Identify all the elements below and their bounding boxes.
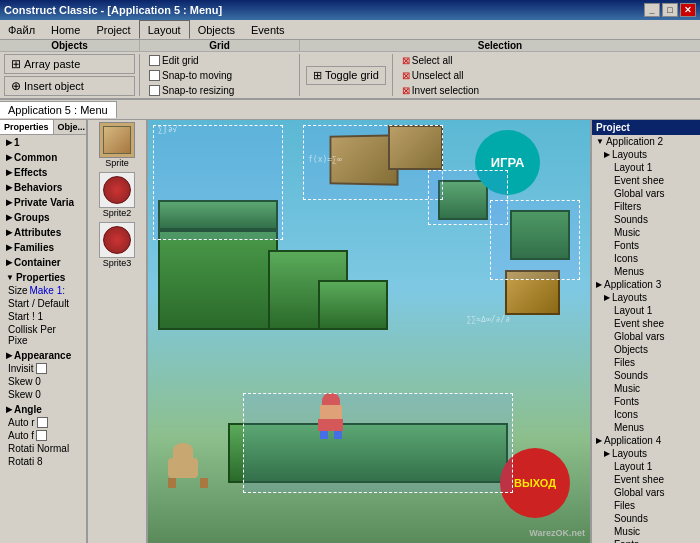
- tree-item-0[interactable]: ▼ Application 2: [592, 135, 700, 148]
- prop-section-attributes[interactable]: ▶Attributes: [0, 225, 86, 240]
- tree-item-13[interactable]: Layout 1: [592, 304, 700, 317]
- selection-box-5: [243, 393, 513, 493]
- right-panel: Project ▼ Application 2▶ Layouts Layout …: [590, 120, 700, 543]
- sprite-2-image: [99, 172, 135, 208]
- maximize-button[interactable]: □: [662, 3, 678, 17]
- tree-item-29[interactable]: Sounds: [592, 512, 700, 525]
- menu-file[interactable]: Файл: [0, 20, 43, 39]
- snap-moving-checkbox[interactable]: [149, 70, 160, 81]
- tree-item-28[interactable]: Files: [592, 499, 700, 512]
- prop-auto-f: Auto f: [4, 429, 82, 442]
- edit-grid-btn[interactable]: Edit grid: [146, 54, 293, 67]
- snap-resizing-checkbox[interactable]: [149, 85, 160, 96]
- tree-item-16[interactable]: Objects: [592, 343, 700, 356]
- tree-item-3[interactable]: Event shee: [592, 174, 700, 187]
- minimize-button[interactable]: _: [644, 3, 660, 17]
- prop-section-groups[interactable]: ▶Groups: [0, 210, 86, 225]
- tree-item-10[interactable]: Menus: [592, 265, 700, 278]
- tree-item-23[interactable]: ▶ Application 4: [592, 434, 700, 447]
- prop-section-top[interactable]: ▶1: [0, 135, 86, 150]
- prop-rotati-normal: Rotati Normal: [4, 442, 82, 455]
- tree-item-15[interactable]: Global vars: [592, 330, 700, 343]
- array-paste-button[interactable]: ⊞ Array paste: [4, 54, 135, 74]
- auto-f-checkbox[interactable]: [36, 430, 47, 441]
- tab-bar: Application 5 : Menu: [0, 100, 700, 120]
- tree-item-22[interactable]: Menus: [592, 421, 700, 434]
- snap-moving-btn[interactable]: Snap-to moving: [146, 69, 293, 82]
- sprite-1-image: [99, 122, 135, 158]
- prop-section-private-vars[interactable]: ▶Private Varia: [0, 195, 86, 210]
- prop-section-families[interactable]: ▶Families: [0, 240, 86, 255]
- invisit-checkbox[interactable]: [36, 363, 47, 374]
- tree-item-4[interactable]: Global vars: [592, 187, 700, 200]
- tree-item-9[interactable]: Icons: [592, 252, 700, 265]
- menu-home[interactable]: Home: [43, 20, 88, 39]
- invert-selection-btn[interactable]: ⊠ Invert selection: [399, 84, 694, 97]
- objects-tab[interactable]: Obje...: [54, 120, 88, 134]
- tab-application5-menu[interactable]: Application 5 : Menu: [0, 101, 117, 118]
- tree-item-6[interactable]: Sounds: [592, 213, 700, 226]
- tree-item-17[interactable]: Files: [592, 356, 700, 369]
- tree-item-24[interactable]: ▶ Layouts: [592, 447, 700, 460]
- tree-item-19[interactable]: Music: [592, 382, 700, 395]
- toolbar-grid-header: Grid: [140, 40, 300, 51]
- sprite-item-2[interactable]: Sprite2: [90, 172, 144, 218]
- canvas-area[interactable]: ИГРА ВЫХОД ∑∫∂√ f(x)=∑∞ ∑∑≈Δ∞/∂/∂ WarezO…: [148, 120, 590, 543]
- auto-r-checkbox[interactable]: [37, 417, 48, 428]
- formula-text-1: ∑∫∂√: [158, 125, 177, 134]
- close-button[interactable]: ✕: [680, 3, 696, 17]
- tree-item-26[interactable]: Event shee: [592, 473, 700, 486]
- prop-start-1: Start ! 1: [4, 310, 82, 323]
- tree-item-20[interactable]: Fonts: [592, 395, 700, 408]
- tree-item-7[interactable]: Music: [592, 226, 700, 239]
- toggle-grid-icon: ⊞: [313, 69, 322, 82]
- prop-size: Size Make 1:: [4, 284, 82, 297]
- properties-tab[interactable]: Properties: [0, 120, 54, 134]
- sprite-item-1[interactable]: Sprite: [90, 122, 144, 168]
- selection-box-4: [490, 200, 580, 280]
- tree-item-27[interactable]: Global vars: [592, 486, 700, 499]
- prop-section-container[interactable]: ▶Container: [0, 255, 86, 270]
- prop-section-common[interactable]: ▶Common: [0, 150, 86, 165]
- prop-invisit: Invisit: [4, 362, 82, 375]
- prop-section-angle[interactable]: ▶Angle Auto r Auto f Rotati Normal Rotat…: [0, 402, 86, 469]
- tree-item-14[interactable]: Event shee: [592, 317, 700, 330]
- prop-section-properties[interactable]: ▼Properties Size Make 1: Start / Default…: [0, 270, 86, 348]
- snap-resizing-btn[interactable]: Snap-to resizing: [146, 84, 293, 97]
- prop-section-appearance[interactable]: ▶Appearance Invisit Skew 0 Skew 0: [0, 348, 86, 402]
- edit-grid-checkbox[interactable]: [149, 55, 160, 66]
- sprite-item-3[interactable]: Sprite3: [90, 222, 144, 268]
- tree-item-2[interactable]: Layout 1: [592, 161, 700, 174]
- tree-item-1[interactable]: ▶ Layouts: [592, 148, 700, 161]
- unselect-all-btn[interactable]: ⊠ Unselect all: [399, 69, 694, 82]
- menu-project[interactable]: Project: [88, 20, 138, 39]
- tree-item-8[interactable]: Fonts: [592, 239, 700, 252]
- toolbar-selection-header: Selection: [300, 40, 700, 51]
- tree-item-5[interactable]: Filters: [592, 200, 700, 213]
- tree-item-11[interactable]: ▶ Application 3: [592, 278, 700, 291]
- tree-item-18[interactable]: Sounds: [592, 369, 700, 382]
- sprite-1-label: Sprite: [105, 158, 129, 168]
- sprite-3-image: [99, 222, 135, 258]
- tree-item-25[interactable]: Layout 1: [592, 460, 700, 473]
- main-layout: Properties Obje... ▶1 ▶Common ▶Effects ▶…: [0, 120, 700, 543]
- tree-item-12[interactable]: ▶ Layouts: [592, 291, 700, 304]
- menu-events[interactable]: Events: [243, 20, 293, 39]
- tree-item-31[interactable]: Fonts: [592, 538, 700, 543]
- menu-layout[interactable]: Layout: [139, 20, 190, 39]
- prop-section-effects[interactable]: ▶Effects: [0, 165, 86, 180]
- tree-item-21[interactable]: Icons: [592, 408, 700, 421]
- toggle-grid-button[interactable]: ⊞ Toggle grid: [306, 66, 386, 85]
- insert-object-icon: ⊕: [11, 79, 21, 93]
- tree-item-30[interactable]: Music: [592, 525, 700, 538]
- title-bar-controls: _ □ ✕: [644, 3, 696, 17]
- array-paste-icon: ⊞: [11, 57, 21, 71]
- select-all-icon: ⊠: [402, 55, 410, 66]
- menu-bar: Файл Home Project Layout Objects Events: [0, 20, 700, 40]
- select-all-btn[interactable]: ⊠ Select all: [399, 54, 694, 67]
- prop-section-behaviors[interactable]: ▶Behaviors: [0, 180, 86, 195]
- properties-list: ▶1 ▶Common ▶Effects ▶Behaviors ▶Private …: [0, 135, 86, 543]
- menu-objects[interactable]: Objects: [190, 20, 243, 39]
- insert-object-button[interactable]: ⊕ Insert object: [4, 76, 135, 96]
- invert-selection-icon: ⊠: [402, 85, 410, 96]
